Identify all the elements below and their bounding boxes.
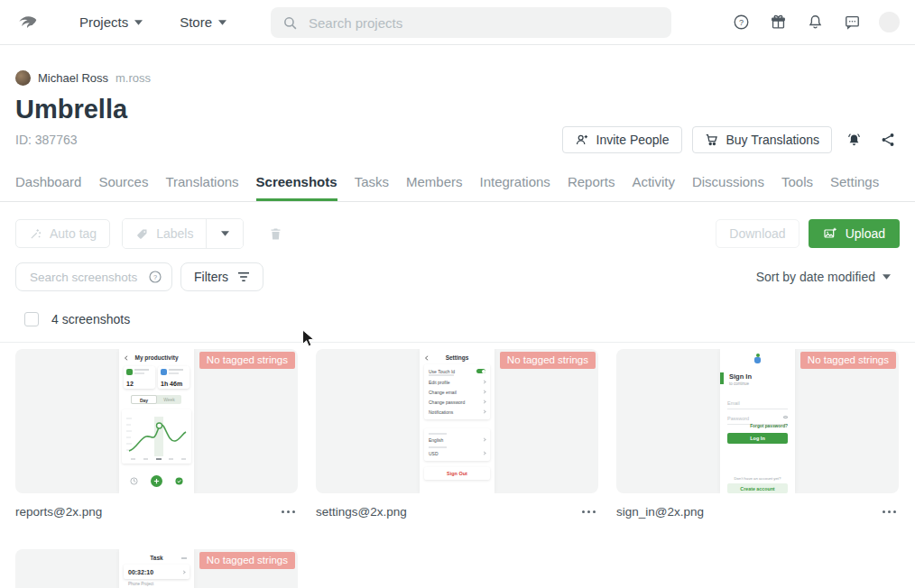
tab-reports[interactable]: Reports — [568, 165, 615, 201]
tab-members[interactable]: Members — [406, 165, 463, 201]
screenshot-item: No tagged strings Task 00:32:10 Phone Pr… — [15, 549, 298, 588]
chevron-down-icon — [218, 20, 226, 25]
labels-label: Labels — [156, 226, 193, 241]
settings-list: Use Touch Id Edit profile Change email C… — [424, 364, 490, 419]
sort-dropdown[interactable]: Sort by date modified — [756, 270, 900, 284]
add-fab-icon — [151, 475, 162, 487]
image-add-icon — [823, 226, 837, 241]
project-actions: Invite People Buy Translations — [562, 126, 915, 153]
nav-projects[interactable]: Projects — [79, 14, 143, 30]
thumb-title: My productivity — [119, 354, 194, 361]
chevron-right-icon — [181, 570, 185, 574]
labels-dropdown-caret[interactable] — [207, 219, 243, 248]
screenshots-toolbar: Auto tag Labels Download Upload — [15, 218, 900, 249]
tab-integrations[interactable]: Integrations — [479, 165, 550, 201]
more-actions-button[interactable] — [880, 506, 899, 518]
stat-tasks: 12 — [124, 366, 155, 389]
filter-row: ? Filters Sort by date modified — [15, 262, 900, 291]
help-icon[interactable]: ? — [731, 12, 752, 32]
screenshots-search-input[interactable] — [28, 270, 143, 285]
tab-translations[interactable]: Translations — [165, 165, 238, 201]
screenshot-thumbnail: Task 00:32:10 Phone Project — [119, 549, 194, 588]
filters-button[interactable]: Filters — [180, 262, 263, 291]
auto-tag-button[interactable]: Auto tag — [15, 219, 110, 248]
chevron-right-icon — [482, 400, 485, 403]
chevron-right-icon — [482, 390, 485, 393]
nav-projects-label: Projects — [79, 14, 128, 30]
tab-activity[interactable]: Activity — [632, 165, 675, 201]
screenshot-thumbnail: Settings Use Touch Id Edit profile Chang… — [420, 349, 494, 493]
download-button[interactable]: Download — [716, 219, 799, 248]
screenshot-card-settings[interactable]: No tagged strings Settings Use Touch Id … — [316, 349, 598, 493]
trash-icon — [268, 226, 283, 242]
chevron-down-icon — [134, 20, 143, 25]
nav-store[interactable]: Store — [180, 14, 226, 30]
owner-avatar — [15, 70, 31, 86]
toggle-icon — [476, 369, 485, 373]
gift-icon[interactable] — [768, 12, 789, 32]
upload-button[interactable]: Upload — [809, 219, 900, 248]
tab-settings[interactable]: Settings — [830, 165, 879, 201]
selection-row: 4 screenshots — [15, 312, 900, 326]
notifications-bell-icon[interactable] — [805, 12, 826, 32]
cart-icon — [705, 133, 719, 147]
labels-button[interactable]: Labels — [123, 219, 207, 248]
invite-people-button[interactable]: Invite People — [562, 126, 682, 153]
tab-tasks[interactable]: Tasks — [355, 165, 389, 201]
svg-text:?: ? — [153, 273, 157, 281]
more-actions-button[interactable] — [579, 506, 598, 518]
filters-label: Filters — [194, 270, 228, 284]
projects-search-input[interactable] — [307, 14, 660, 32]
select-all-checkbox[interactable] — [24, 312, 39, 326]
nav-store-label: Store — [180, 14, 212, 30]
create-account-button: Create account — [727, 483, 788, 493]
svg-text:?: ? — [739, 18, 744, 27]
screenshot-thumbnail: My productivity 12 1h 46m Day Week — [119, 349, 194, 493]
stat-time: 1h 46m — [158, 366, 189, 389]
screenshots-grid: No tagged strings My productivity 12 1h … — [0, 343, 915, 588]
screenshot-card-reports[interactable]: No tagged strings My productivity 12 1h … — [15, 349, 298, 493]
settings-locale: English USD — [424, 428, 490, 461]
screenshots-count: 4 screenshots — [51, 312, 130, 326]
user-avatar[interactable] — [879, 12, 900, 32]
chevron-down-icon — [221, 231, 229, 236]
chevron-right-icon — [482, 409, 485, 413]
status-badge: No tagged strings — [500, 352, 596, 369]
screenshot-thumbnail: Sign In to continue Email Password Forgo… — [720, 349, 795, 493]
thumb-title: Sign In — [729, 372, 752, 381]
screenshot-item: No tagged strings Sign In to continue Em… — [616, 349, 899, 519]
subscribe-bell-icon[interactable] — [842, 128, 866, 152]
status-badge: No tagged strings — [199, 352, 295, 369]
tab-tools[interactable]: Tools — [781, 165, 813, 201]
filter-icon — [237, 271, 250, 282]
thumb-bottom-bar — [119, 475, 194, 487]
sort-label: Sort by date modified — [756, 270, 875, 284]
buy-translations-button[interactable]: Buy Translations — [692, 126, 833, 153]
check-icon — [175, 477, 183, 485]
messages-icon[interactable] — [842, 12, 863, 32]
owner-username: m.ross — [116, 71, 151, 85]
screenshot-filename: settings@2x.png — [316, 505, 407, 519]
tab-dashboard[interactable]: Dashboard — [15, 165, 81, 201]
search-help-icon[interactable]: ? — [148, 270, 162, 284]
filename-row: settings@2x.png — [316, 504, 598, 519]
auto-tag-label: Auto tag — [50, 226, 97, 241]
tab-screenshots[interactable]: Screenshots — [256, 165, 337, 201]
crowdin-logo-icon[interactable] — [15, 11, 39, 34]
grid-row-2: No tagged strings Task 00:32:10 Phone Pr… — [15, 549, 900, 588]
tab-sources[interactable]: Sources — [98, 165, 148, 201]
project-owner[interactable]: Michael Ross m.ross — [15, 70, 900, 86]
page-title: Umbrella — [15, 95, 900, 124]
tab-discussions[interactable]: Discussions — [692, 165, 764, 201]
chevron-right-icon — [482, 380, 485, 383]
share-icon[interactable] — [876, 128, 900, 152]
app-logo-icon — [753, 354, 762, 363]
more-actions-button[interactable] — [279, 506, 298, 518]
grid-row-1: No tagged strings My productivity 12 1h … — [15, 349, 900, 519]
delete-button[interactable] — [264, 223, 287, 245]
download-label: Download — [729, 226, 785, 241]
screenshot-card-task[interactable]: No tagged strings Task 00:32:10 Phone Pr… — [15, 549, 298, 588]
timer-card: 00:32:10 — [124, 565, 189, 579]
screenshot-card-signin[interactable]: No tagged strings Sign In to continue Em… — [616, 349, 899, 493]
tag-icon — [135, 227, 149, 241]
